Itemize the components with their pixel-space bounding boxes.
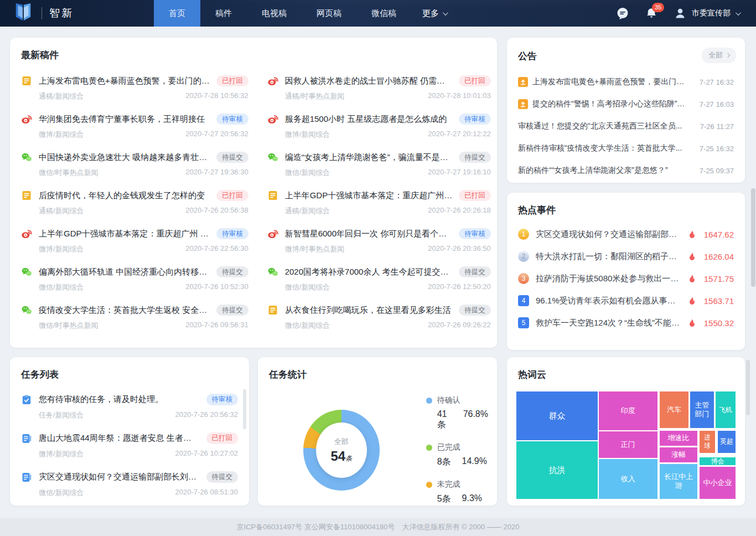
draft-item[interactable]: 上海发布雷电黄色+暴雨蓝色预警，要出门的小... 已打回 通稿/新闻综合 202… <box>21 69 248 107</box>
hotword-label: 抗洪 <box>548 465 565 476</box>
task-item[interactable]: 灾区交通现状如何？交通运输部副部长刘小明回... 待提交 微信/新闻综合 202… <box>21 465 238 504</box>
draft-category: 微博/新闻综合 <box>39 130 84 140</box>
hotword-block[interactable]: 中小企业 <box>699 466 736 499</box>
draft-doc-icon <box>267 305 278 316</box>
status-badge: 待提交 <box>206 471 239 483</box>
draft-category: 微博/新闻综合 <box>285 130 330 140</box>
hotword-label: 印度 <box>621 406 635 415</box>
hotword-label: 涨幅 <box>671 450 686 459</box>
legend-item[interactable]: 未完成 5条 9.3% <box>426 480 488 505</box>
nav-item[interactable]: 稿件 <box>200 0 247 27</box>
hotword-block[interactable]: 博会 <box>699 457 736 466</box>
announcement-item[interactable]: 上海发布雷电黄色+暴雨蓝色预警，要出门的... 7-27 16:32 <box>518 71 734 93</box>
chevron-down-icon <box>736 10 741 16</box>
hotword-block[interactable]: 印度 <box>598 391 658 431</box>
message-icon[interactable] <box>616 7 629 20</box>
hotword-block[interactable]: 收入 <box>598 458 658 499</box>
task-timestamp: 2020-7-26 20:56:32 <box>175 410 238 420</box>
announcement-item[interactable]: 新稿件待审核“疫情改变大学生活：英首批大学... 7-25 16:32 <box>518 137 734 159</box>
draft-title: 中国快递外卖业急速壮大 吸纳越来越多青壮年劳 <box>39 152 210 163</box>
announcement-item[interactable]: 审核通过！您提交的“北京天通苑西三社区全员... 7-26 11:27 <box>518 115 734 137</box>
draft-item[interactable]: 中国快递外卖业急速壮大 吸纳越来越多青壮年劳 待提交 微信/时事热点新闻 202… <box>21 146 248 184</box>
nav-item[interactable]: 微信稿 <box>356 0 411 27</box>
user-name: 市委宣传部 <box>692 8 731 18</box>
flame-icon <box>688 230 696 239</box>
rank-badge: 5 <box>518 317 529 328</box>
nav-more-menu[interactable]: 更多 <box>422 8 447 19</box>
announcement-item[interactable]: 新的稿件““女孩考上清华跪谢父亲”是忽悠？” 7-25 09:37 <box>518 159 734 182</box>
hotword-label: 英超 <box>720 437 733 446</box>
page-scrollbar-thumb[interactable] <box>751 188 755 287</box>
latest-drafts-list: 上海发布雷电黄色+暴雨蓝色预警，要出门的小... 已打回 通稿/新闻综合 202… <box>19 69 488 337</box>
draft-item[interactable]: 上半年GDP十强城市基本落定：重庆超广州 南京 待审核 微博/新闻综合 2020… <box>21 222 248 260</box>
draft-item[interactable]: 华润集团免去傅育宁董事长职务，王祥明接任 待审核 微博/新闻综合 2020-7-… <box>21 107 248 146</box>
chevron-down-icon <box>443 10 448 16</box>
nav-item[interactable]: 网页稿 <box>302 0 356 27</box>
draft-doc-icon <box>21 75 32 86</box>
announcement-date: 7-25 16:32 <box>700 145 734 153</box>
hot-event-item[interactable]: 2 特大洪水打乱一切：鄱阳湖区的稻子怎么救? 1626.04 <box>518 245 734 267</box>
hotword-block[interactable]: 主管部门 <box>690 391 714 429</box>
task-item[interactable]: 您有待审核的任务，请及时处理。 待审核 任务/新闻综合 2020-7-26 20… <box>21 388 238 426</box>
hot-event-item[interactable]: 5 救护车一天空跑124次？“生命线”不能随... 1550.32 <box>518 312 734 334</box>
announcement-item[interactable]: 提交的稿件“警惕！高考招录小心这些陷阱”审... 7-27 16:03 <box>518 93 734 115</box>
draft-item[interactable]: 因救人被洪水卷走的战士冒小驰苏醒 仍需在ICU... 已打回 通稿/时事热点新闻… <box>267 69 491 107</box>
task-item[interactable]: 唐山大地震44周年祭：愿逝者安息 生者无畏 已打回 微博/新闻综合 2020-7… <box>21 426 238 465</box>
main-nav: 首页稿件电视稿网页稿微信稿 <box>154 0 411 27</box>
draft-item[interactable]: 编造“女孩考上清华跪谢爸爸”，骗流量不是正能量 待提交 微信/新闻综合 2020… <box>267 146 491 184</box>
weibo-icon <box>267 75 278 86</box>
draft-item[interactable]: 服务超1500小时 五星级志愿者是怎么炼成的 待审核 微博/新闻综合 2020-… <box>267 107 491 146</box>
announcements-all-button[interactable]: 全部 <box>702 48 736 63</box>
hotword-block[interactable]: 抗洪 <box>516 441 598 499</box>
task-timestamp: 2020-7-26 10:27:02 <box>175 449 238 459</box>
draft-title: 华润集团免去傅育宁董事长职务，王祥明接任 <box>39 114 210 125</box>
task-donut-chart[interactable]: 全部 54条 <box>303 410 380 491</box>
task-category: 微博/新闻综合 <box>39 449 84 459</box>
hotword-block[interactable]: 群众 <box>516 391 598 441</box>
legend-item[interactable]: 待确认 41条 76.8% <box>426 395 488 431</box>
donut-center: 全部 54条 <box>316 422 367 478</box>
hotword-block[interactable]: 涨幅 <box>659 447 698 463</box>
hot-event-item[interactable]: 4 96.1%受访青年表示如有机会愿从事新职业 1563.71 <box>518 290 734 312</box>
notification-bell-icon[interactable]: 35 <box>645 7 658 20</box>
draft-item[interactable]: 2020国考将补录7000余人 考生今起可提交调剂... 待提交 微信/新闻综合… <box>267 260 491 298</box>
draft-item[interactable]: 新智彗星6000年回归一次 你可别只是看个热闹 待审核 微博/时事热点新闻 20… <box>267 222 491 260</box>
app-title: 智新 <box>49 6 74 20</box>
rank-badge: 3 <box>518 273 529 284</box>
hot-event-item[interactable]: 1 灾区交通现状如何？交通运输部副部长刘小... 1647.62 <box>518 223 734 245</box>
column-scrollbar-thumb[interactable] <box>746 360 750 415</box>
hot-event-item[interactable]: 3 拉萨消防于海拔5080米处参与救出一露营... 1571.75 <box>518 267 734 290</box>
brand[interactable]: 智新 <box>0 3 154 24</box>
draft-item[interactable]: 从衣食住行到吃喝玩乐，在这里看见多彩生活 待提交 微信/新闻综合 2020-7-… <box>267 298 491 337</box>
hotword-block[interactable]: 增速比 <box>659 430 698 446</box>
legend-label: 待确认 <box>437 395 460 405</box>
draft-item[interactable]: 疫情改变大学生活：英首批大学生返校 安全成焦点 待提交 微信/时事热点新闻 20… <box>21 298 248 337</box>
panel-scrollbar-thumb[interactable] <box>243 389 246 429</box>
status-badge: 已打回 <box>216 75 248 87</box>
hotword-block[interactable]: 正门 <box>598 431 658 458</box>
clipboard-check-icon <box>21 394 32 405</box>
draft-category: 通稿/新闻综合 <box>285 206 330 216</box>
hotword-block[interactable]: 进球 <box>699 430 716 453</box>
draft-timestamp: 2020-7-26 12:50:20 <box>428 282 490 292</box>
legend-item[interactable]: 已完成 8条 14.9% <box>426 442 488 468</box>
hot-event-text: 特大洪水打乱一切：鄱阳湖区的稻子怎么救? <box>536 251 682 262</box>
draft-category: 微博/时事热点新闻 <box>285 244 345 254</box>
hotword-label: 群众 <box>548 411 565 421</box>
draft-item[interactable]: 后疫情时代，年轻人的金钱观发生了怎样的变 已打回 通稿/新闻综合 2020-7-… <box>21 184 248 222</box>
task-category: 微信/新闻综合 <box>39 488 84 498</box>
draft-item[interactable]: 上半年GDP十强城市基本落定：重庆超广州 南... 已打回 通稿/新闻综合 20… <box>267 184 491 222</box>
user-menu[interactable]: 市委宣传部 <box>674 7 739 20</box>
nav-item[interactable]: 电视稿 <box>247 0 302 27</box>
wechat-icon <box>21 305 32 316</box>
hotword-block[interactable]: 长江中上游 <box>659 463 698 499</box>
nav-item[interactable]: 首页 <box>154 0 200 27</box>
announcements-title: 公告 <box>518 50 537 63</box>
draft-item[interactable]: 偏离外部大循环轨道 中国经济重心向内转移无法 待提交 微信/新闻综合 2020-… <box>21 260 248 298</box>
flame-icon <box>688 318 696 327</box>
hotword-block[interactable]: 英超 <box>717 430 736 453</box>
announcement-text: 新稿件待审核“疫情改变大学生活：英首批大学... <box>518 143 691 153</box>
hotword-label: 博会 <box>711 457 724 466</box>
hotword-block[interactable]: 汽车 <box>659 391 689 429</box>
hotword-block[interactable]: 飞机 <box>715 391 736 429</box>
